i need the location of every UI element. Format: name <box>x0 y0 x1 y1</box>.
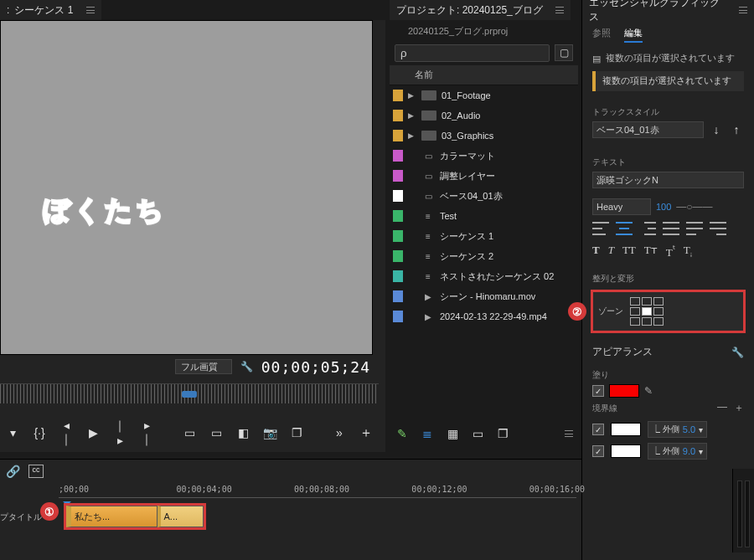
icon-view-icon[interactable]: ▦ <box>445 427 460 440</box>
track-label[interactable]: プタイトル <box>0 511 42 523</box>
program-timecode[interactable]: 00;00;05;24 <box>261 358 370 376</box>
align-justify-icon[interactable] <box>663 222 679 235</box>
layers-icon: ▤ <box>592 54 601 64</box>
stroke-color-swatch[interactable] <box>611 444 641 458</box>
project-search-input[interactable] <box>395 44 550 62</box>
project-item[interactable]: ▭調整レイヤー <box>390 166 578 186</box>
playback-quality-select[interactable]: フル画質 <box>175 359 232 374</box>
list-view-icon[interactable]: ≣ <box>420 427 435 440</box>
stroke-position-select[interactable]: ⎿ 外側 9.0 ▾ <box>648 443 707 460</box>
superscript-icon[interactable]: Tᵗ <box>666 244 675 259</box>
project-item-name: 調整レイヤー <box>440 170 495 182</box>
step-back-icon[interactable]: ◂｜ <box>59 419 74 447</box>
program-ruler[interactable] <box>0 383 379 403</box>
stroke-checkbox[interactable]: ✓ <box>592 445 604 457</box>
bold-icon[interactable]: T <box>592 244 600 259</box>
panel-menu-icon[interactable] <box>555 7 564 13</box>
project-more-icon[interactable] <box>565 430 573 437</box>
project-item[interactable]: ≡シーケンス 2 <box>390 246 578 266</box>
expand-arrow-icon[interactable]: ▶ <box>408 91 416 100</box>
push-up-icon[interactable]: ↑ <box>729 123 744 136</box>
allcaps-icon[interactable]: TT <box>622 244 636 259</box>
add-marker-icon[interactable]: ▾ <box>5 426 20 439</box>
size-slider-icon[interactable]: —○—— <box>676 201 712 213</box>
compare-icon[interactable]: ❐ <box>289 426 304 439</box>
settings-wrench-icon[interactable]: 🔧 <box>240 361 253 372</box>
more-icon[interactable]: » <box>332 426 347 439</box>
align-center-icon[interactable] <box>616 222 633 235</box>
project-item-name: ベース04_01赤 <box>440 190 503 203</box>
align-right-icon[interactable] <box>639 222 656 235</box>
link-icon[interactable]: 🔗 <box>5 465 20 478</box>
project-item[interactable]: ▭ベース04_01赤 <box>390 186 578 206</box>
eg-edit-tab[interactable]: 編集 <box>624 27 643 43</box>
ruler-tick: ;00;00 <box>59 485 89 494</box>
remove-stroke-icon[interactable]: — <box>717 401 727 415</box>
project-item-list: ▶01_Footage▶02_Audio▶03_Graphics▭カラーマット▭… <box>390 85 578 326</box>
align-justify-last-right-icon[interactable] <box>710 222 726 235</box>
track-style-select[interactable]: ベース04_01赤 <box>592 121 704 138</box>
expand-arrow-icon[interactable]: ▶ <box>408 111 416 120</box>
push-down-icon[interactable]: ↓ <box>709 123 724 136</box>
camera-icon[interactable]: 📷 <box>262 426 277 439</box>
eg-browse-tab[interactable]: 参照 <box>592 27 611 43</box>
in-out-icon[interactable]: {·} <box>32 426 47 439</box>
italic-icon[interactable]: T <box>608 244 614 259</box>
align-justify-last-left-icon[interactable] <box>686 222 703 235</box>
project-item-name: シーケンス 2 <box>440 250 493 263</box>
eyedropper-icon[interactable]: ✎ <box>644 385 653 397</box>
caption-track[interactable]: 私たち... A... <box>59 503 576 530</box>
text-section-label: テキスト <box>592 157 744 168</box>
project-item[interactable]: ≡シーケンス 1 <box>390 226 578 246</box>
project-item[interactable]: ▶シーン - Hinomaru.mov <box>390 286 578 306</box>
project-tab[interactable]: プロジェクト: 20240125_ブログ <box>390 0 571 20</box>
freeform-view-icon[interactable]: ▭ <box>470 427 485 440</box>
stroke-color-swatch[interactable] <box>611 423 641 436</box>
font-weight-select[interactable]: Heavy <box>592 198 651 215</box>
ruler-tick: 00;00;16;00 <box>529 485 585 494</box>
project-item[interactable]: ≡Test <box>390 206 578 226</box>
stroke-checkbox[interactable]: ✓ <box>592 424 604 435</box>
fill-checkbox[interactable]: ✓ <box>592 385 604 397</box>
export-frame-icon[interactable]: ◧ <box>235 426 250 439</box>
go-end-icon[interactable]: ▸｜ <box>139 419 154 447</box>
lift-icon[interactable]: ▭ <box>182 426 197 439</box>
pen-icon[interactable]: ✎ <box>395 427 410 440</box>
clip-1[interactable]: 私たち... <box>66 506 158 527</box>
eg-tab[interactable]: エッセンシャルグラフィックス <box>582 0 754 20</box>
button-editor-icon[interactable]: ＋ <box>359 424 374 442</box>
add-stroke-icon[interactable]: ＋ <box>734 401 744 415</box>
sort-icon[interactable]: ❐ <box>495 427 510 440</box>
font-family-select[interactable]: 源暎ゴシックN <box>592 172 744 188</box>
new-bin-icon[interactable]: ▢ <box>555 44 573 61</box>
project-item[interactable]: ▭カラーマット <box>390 146 578 166</box>
step-fwd-icon[interactable]: ｜▸ <box>112 419 127 447</box>
extract-icon[interactable]: ▭ <box>209 426 224 439</box>
project-item[interactable]: ▶2024-02-13 22-29-49.mp4 <box>390 306 578 326</box>
project-column-name[interactable]: 名前 <box>390 65 578 85</box>
play-icon[interactable]: ▶ <box>85 426 101 439</box>
program-canvas[interactable]: ぼくたち <box>0 20 373 355</box>
subscript-icon[interactable]: Tᵢ <box>684 244 692 259</box>
playhead-marker[interactable] <box>182 391 197 398</box>
timeline-ruler[interactable]: ;00;0000;00;04;0000;00;08;0000;00;12;000… <box>59 485 576 498</box>
panel-menu-icon[interactable] <box>86 7 95 13</box>
audio-meters <box>732 469 754 552</box>
panel-menu-icon[interactable] <box>739 7 747 13</box>
project-item[interactable]: ▶02_Audio <box>390 105 578 126</box>
project-item[interactable]: ▶01_Footage <box>390 85 578 105</box>
stroke-position-select[interactable]: ⎿ 外側 5.0 ▾ <box>648 421 707 438</box>
smallcaps-icon[interactable]: Tᴛ <box>644 244 658 259</box>
project-footer-toolbar: ✎ ≣ ▦ ▭ ❐ <box>390 422 578 445</box>
zone-anchor-grid[interactable] <box>630 297 664 326</box>
project-item[interactable]: ▶03_Graphics <box>390 126 578 146</box>
expand-arrow-icon[interactable]: ▶ <box>408 131 416 140</box>
cc-icon[interactable]: cc <box>28 465 44 478</box>
program-tab[interactable]: : シーケンス 1 <box>0 0 101 20</box>
clip-2[interactable]: A... <box>158 506 204 527</box>
project-item[interactable]: ≡ネストされたシーケンス 02 <box>390 266 578 286</box>
appearance-settings-icon[interactable]: 🔧 <box>731 347 744 358</box>
fill-color-swatch[interactable] <box>609 384 639 398</box>
align-left-icon[interactable] <box>592 222 609 235</box>
font-size-value[interactable]: 100 <box>656 202 671 212</box>
